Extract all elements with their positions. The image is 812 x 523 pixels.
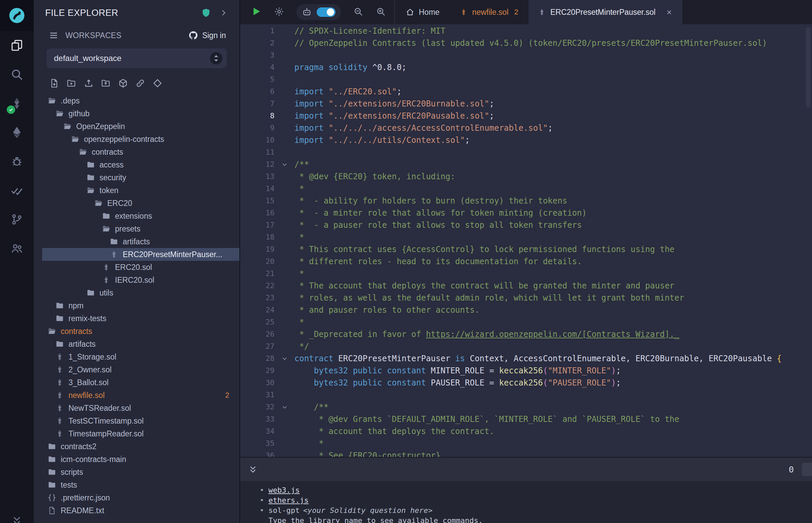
code-editor[interactable]: 1 // SPDX-License-Identifier: MIT 2 // O…: [240, 24, 812, 457]
fold-icon[interactable]: [275, 401, 294, 413]
tree-item[interactable]: OpenZeppelin: [34, 120, 240, 133]
rail-item-unit-testing[interactable]: [0, 176, 34, 205]
rail-item-git[interactable]: [0, 205, 34, 234]
hamburger-menu-icon[interactable]: [49, 30, 59, 40]
tree-item[interactable]: 1_Storage.sol: [34, 350, 240, 363]
workspaces-row: WORKSPACES Sign in: [34, 25, 240, 45]
tree-item[interactable]: npm: [34, 299, 240, 312]
tree-item-label: scripts: [61, 468, 83, 477]
ai-copilot-toggle[interactable]: [317, 7, 336, 17]
rail-more-button[interactable]: [11, 515, 22, 523]
remix-logo[interactable]: [0, 0, 34, 31]
terminal-entry-text: Type the library name to see available c…: [268, 516, 483, 523]
tree-item[interactable]: security: [34, 171, 240, 184]
zoom-in-button[interactable]: [376, 6, 386, 18]
link-button[interactable]: [135, 78, 145, 88]
tree-item-label: security: [100, 173, 126, 182]
rail-item-plugin-manager[interactable]: [0, 234, 34, 263]
terminal-expand-button[interactable]: [248, 465, 258, 474]
tree-item[interactable]: IERC20.sol: [34, 274, 240, 286]
tree-item[interactable]: contracts: [34, 146, 240, 158]
tree-item[interactable]: 2_Owner.sol: [34, 363, 240, 376]
workspace-select[interactable]: default_workspace: [47, 49, 227, 68]
tree-item[interactable]: openzeppelin-contracts: [34, 133, 240, 146]
upload-folder-button[interactable]: [101, 78, 111, 88]
line-number: 28: [240, 353, 275, 365]
solidity-icon: [55, 429, 64, 438]
bullet: •: [260, 495, 268, 505]
zoom-out-button[interactable]: [353, 6, 364, 18]
tree-item[interactable]: .prettierrc.json: [34, 491, 240, 504]
line-number: 14: [240, 183, 275, 195]
tree-item[interactable]: icm-contracts-main: [34, 453, 240, 466]
tree-item[interactable]: access: [34, 158, 240, 171]
solidity-icon: [55, 416, 64, 425]
tree-item[interactable]: tests: [34, 479, 240, 491]
rail-item-debugger[interactable]: [0, 147, 34, 176]
tree-item[interactable]: artifacts: [34, 338, 240, 350]
tree-item[interactable]: remix-tests: [34, 312, 240, 325]
rail-item-file-explorer[interactable]: [0, 31, 34, 60]
tab-newfile-sol[interactable]: newfile.sol 2: [450, 0, 528, 24]
tree-item[interactable]: ERC20: [34, 197, 240, 210]
new-file-button[interactable]: [49, 78, 59, 88]
sign-in-button[interactable]: Sign in: [188, 30, 226, 40]
solidity-icon: [55, 404, 64, 413]
tab-home[interactable]: Home: [395, 0, 450, 24]
tree-item[interactable]: newfile.sol 2: [34, 389, 240, 402]
cube-button[interactable]: [118, 78, 128, 88]
tree-item[interactable]: NewTSReader.sol: [34, 402, 240, 414]
code-lines: 1 // SPDX-License-Identifier: MIT 2 // O…: [240, 25, 812, 457]
editor-area: Home newfile.sol 2 ERC20PresetMinterPaus…: [240, 0, 812, 523]
line-number: 12: [240, 158, 275, 170]
fold-slot: [275, 280, 294, 292]
terminal-link[interactable]: ethers.js: [268, 496, 308, 504]
folder-open-icon: [63, 122, 72, 131]
editor-tabbar: Home newfile.sol 2 ERC20PresetMinterPaus…: [240, 0, 812, 24]
tree-item-label: artifacts: [68, 340, 96, 349]
new-folder-button[interactable]: [67, 78, 76, 88]
tree-item[interactable]: artifacts: [34, 235, 240, 248]
tree-item[interactable]: contracts2: [34, 440, 240, 453]
terminal-link[interactable]: web3.js: [268, 486, 300, 494]
tree-item[interactable]: presets: [34, 222, 240, 235]
upload-file-button[interactable]: [84, 78, 94, 88]
tree-item[interactable]: token: [34, 184, 240, 197]
fold-icon[interactable]: [275, 158, 294, 170]
tree-item[interactable]: TimestampReader.sol: [34, 427, 240, 440]
tab-erc20-preset-minter-pauser-sol[interactable]: ERC20PresetMinterPauser.sol: [528, 0, 683, 24]
fold-slot: [275, 146, 294, 158]
tree-item[interactable]: scripts: [34, 466, 240, 479]
tree-item[interactable]: utils: [34, 286, 240, 299]
terminal-corner-box[interactable]: [802, 463, 812, 476]
tree-item[interactable]: contracts: [34, 325, 240, 338]
tree-item[interactable]: .deps: [34, 94, 240, 107]
line-number: 23: [240, 292, 275, 304]
fold-icon[interactable]: [275, 353, 294, 365]
run-script-button[interactable]: [250, 6, 262, 19]
tree-item[interactable]: ERC20PresetMinterPauser...: [34, 248, 240, 261]
line-number: 10: [240, 134, 275, 146]
chevron-right-icon[interactable]: [219, 8, 228, 17]
tree-item[interactable]: extensions: [34, 210, 240, 222]
folder-open-icon: [48, 96, 56, 105]
code-line: 24 * and pauser roles to other accounts.: [240, 304, 812, 316]
tree-item[interactable]: 3_Ballot.sol: [34, 376, 240, 389]
diamond-icon: [153, 78, 162, 88]
tree-item[interactable]: TestSCTimestamp.sol: [34, 414, 240, 427]
folder-closed-icon: [55, 301, 64, 310]
robot-icon: [302, 7, 312, 17]
tree-item[interactable]: ERC20.sol: [34, 261, 240, 274]
rail-item-deploy-run[interactable]: [0, 118, 34, 147]
diamond-button[interactable]: [153, 78, 162, 88]
rail-item-solidity-compiler[interactable]: [0, 89, 34, 118]
settings-gear-button[interactable]: [274, 6, 284, 18]
tree-item[interactable]: README.txt: [34, 504, 240, 517]
open-file-tabs: Home newfile.sol 2 ERC20PresetMinterPaus…: [394, 0, 683, 24]
play-icon: [250, 6, 262, 17]
tree-item-label: 1_Storage.sol: [68, 353, 116, 362]
code-text: * This contract uses {AccessControl} to …: [294, 243, 674, 255]
tree-item[interactable]: github: [34, 107, 240, 120]
close-icon[interactable]: [665, 8, 673, 16]
rail-item-search[interactable]: [0, 60, 34, 89]
